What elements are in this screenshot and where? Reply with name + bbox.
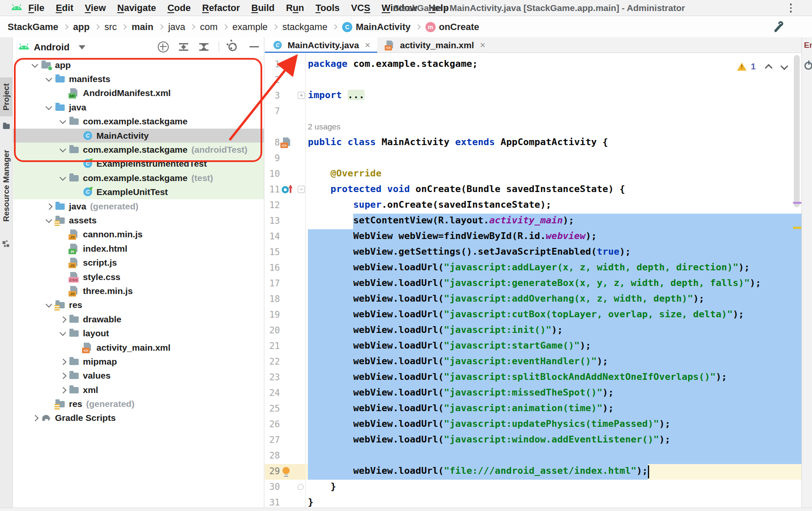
tab-activity_main-xml[interactable]: <>activity_main.xml×	[377, 37, 492, 53]
tree-item[interactable]: app	[13, 58, 264, 72]
breadcrumb-item-example[interactable]: example	[233, 22, 268, 33]
expand-all-icon[interactable]	[178, 41, 189, 52]
menu-item-edit[interactable]: Edit	[56, 3, 74, 13]
chevron-down-icon[interactable]	[44, 216, 55, 225]
menu-item-tools[interactable]: Tools	[315, 3, 340, 13]
breadcrumb-item-app[interactable]: app	[73, 22, 90, 33]
chevron-right-icon[interactable]	[58, 386, 69, 394]
tree-item[interactable]: CExampleInstrumentedTest	[13, 157, 264, 171]
tree-item[interactable]: CMainActivity	[13, 129, 264, 143]
tree-item[interactable]: drawable	[13, 312, 264, 326]
menu-item-vcs[interactable]: VCS	[351, 3, 370, 13]
tree-item[interactable]: assets	[13, 213, 264, 227]
right-strip-label[interactable]: En	[804, 41, 812, 50]
build-wrench-icon[interactable]	[772, 22, 783, 33]
more-options-kebab-icon[interactable]	[790, 3, 792, 13]
prev-problem-icon[interactable]	[765, 64, 772, 71]
tree-item[interactable]: com.example.stackgame(test)	[13, 171, 264, 185]
next-problem-icon[interactable]	[780, 62, 788, 70]
close-icon[interactable]: ×	[480, 40, 486, 51]
chevron-down-icon[interactable]	[58, 174, 69, 182]
breadcrumb-item-mainactivity[interactable]: CMainActivity	[342, 22, 411, 33]
tab-MainActivity-java[interactable]: CMainActivity.java×	[265, 37, 377, 53]
chevron-right-icon[interactable]	[44, 202, 55, 211]
file-html-icon: H	[69, 244, 80, 254]
collapse-all-icon[interactable]	[198, 41, 209, 52]
hide-panel-icon[interactable]	[249, 41, 260, 52]
editor-scrollbar[interactable]	[794, 53, 801, 508]
chevron-down-icon[interactable]	[58, 117, 69, 126]
chevron-right-icon[interactable]	[58, 315, 69, 324]
menu-item-view[interactable]: View	[85, 3, 106, 13]
breadcrumb-item-stackgame[interactable]: stackgame	[283, 22, 327, 33]
inspection-widget[interactable]: 1	[737, 61, 787, 71]
status-bar	[0, 508, 812, 511]
menu-item-file[interactable]: File	[28, 3, 44, 13]
tool-window-tab-resource-manager[interactable]: Resource Manager	[0, 181, 13, 190]
chevron-down-icon[interactable]	[44, 75, 55, 83]
tree-item-label: script.js	[83, 258, 117, 268]
tree-item[interactable]: JSscript.js	[13, 256, 264, 269]
breadcrumb-item-main[interactable]: main	[132, 22, 153, 33]
chevron-down-icon[interactable]	[44, 301, 55, 309]
chevron-right-icon[interactable]	[30, 414, 41, 422]
tree-item[interactable]: xml	[13, 383, 264, 397]
tree-item[interactable]: Hindex.html	[13, 242, 264, 256]
settings-gear-icon[interactable]	[228, 41, 239, 52]
menu-item-run[interactable]: Run	[286, 3, 304, 13]
menu-item-navigate[interactable]: Navigate	[117, 3, 156, 13]
fold-end-marker-icon[interactable]	[298, 484, 304, 490]
tree-item[interactable]: values	[13, 369, 264, 383]
layout-file-gutter-icon[interactable]: <>	[281, 137, 293, 149]
power-icon[interactable]	[804, 62, 812, 70]
code-editor[interactable]: 1package com.example.stackgame;23+import…	[265, 53, 801, 508]
tree-item[interactable]: mipmap	[13, 354, 264, 368]
chevron-down-icon[interactable]	[58, 146, 69, 154]
fold-marker-icon[interactable]: −	[298, 186, 305, 193]
tree-item[interactable]: Gradle Scripts	[13, 411, 264, 425]
chevron-right-icon[interactable]	[58, 357, 69, 366]
usages-inlay-hint[interactable]: 2 usages	[308, 122, 340, 132]
tree-item[interactable]: java(generated)	[13, 199, 264, 213]
tree-item[interactable]: res(generated)	[13, 397, 264, 411]
tree-item[interactable]: JScannon.min.js	[13, 228, 264, 242]
tree-item[interactable]: manifests	[13, 72, 264, 86]
menu-item-build[interactable]: Build	[251, 3, 274, 13]
breadcrumb-item-com[interactable]: com	[200, 22, 218, 33]
chevron-down-icon[interactable]	[79, 45, 85, 49]
project-view-selector[interactable]: Android	[34, 42, 69, 53]
code-line: 23 webView.loadUrl("javascript:splitBloc…	[265, 370, 801, 386]
intention-bulb-icon[interactable]	[281, 466, 293, 478]
breadcrumb-item-src[interactable]: src	[104, 22, 117, 33]
tree-item[interactable]: layout	[13, 326, 264, 340]
tool-window-tab-project[interactable]: Project	[0, 77, 13, 116]
breadcrumb-item-oncreate[interactable]: monCreate	[425, 22, 479, 33]
structure-icon[interactable]	[3, 240, 10, 247]
tree-item[interactable]: MFAndroidManifest.xml	[13, 86, 264, 100]
chevron-spacer	[71, 159, 82, 168]
menu-item-refactor[interactable]: Refactor	[202, 3, 240, 13]
tree-item[interactable]: <>activity_main.xml	[13, 341, 264, 354]
overriding-method-gutter-icon[interactable]	[281, 184, 293, 196]
close-icon[interactable]: ×	[365, 40, 370, 51]
tree-item[interactable]: com.example.stackgame(androidTest)	[13, 143, 264, 157]
fold-marker-icon[interactable]: +	[298, 92, 305, 99]
chevron-down-icon[interactable]	[44, 103, 55, 112]
tree-item[interactable]: JSthree.min.js	[13, 284, 264, 298]
tree-item-extra: (androidTest)	[191, 145, 247, 155]
breadcrumb-item-stackgame[interactable]: StackGame	[8, 22, 58, 33]
chevron-right-icon[interactable]	[58, 371, 69, 380]
tree-item-extra: (test)	[191, 173, 213, 183]
tree-item[interactable]: res	[13, 298, 264, 312]
tree-item[interactable]: CSSstyle.css	[13, 270, 264, 284]
locate-file-icon[interactable]	[158, 41, 169, 52]
line-number: 21	[265, 341, 280, 351]
tree-item[interactable]: CExampleUnitTest	[13, 185, 264, 199]
breadcrumb-item-java[interactable]: java	[168, 22, 185, 33]
chevron-down-icon[interactable]	[58, 329, 69, 338]
tree-item[interactable]: com.example.stackgame	[13, 115, 264, 129]
tree-item-label: layout	[83, 328, 109, 338]
tree-item[interactable]: java	[13, 100, 264, 114]
chevron-down-icon[interactable]	[30, 61, 41, 69]
menu-item-code[interactable]: Code	[167, 3, 191, 13]
